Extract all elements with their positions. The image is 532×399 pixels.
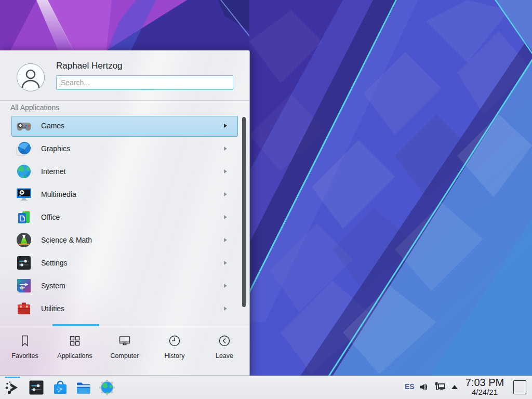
desktop: Raphael Hertzog All Applications	[0, 0, 532, 399]
toolbox-icon	[16, 300, 32, 317]
bookmark-icon	[18, 334, 32, 348]
network-wired-icon[interactable]	[434, 381, 446, 393]
grid-icon	[68, 334, 82, 348]
submenu-arrow-icon	[224, 192, 227, 196]
menu-item-label: Graphics	[41, 139, 70, 158]
submenu-arrow-icon	[224, 124, 227, 128]
folder-icon[interactable]	[75, 379, 92, 396]
keyboard-layout-indicator[interactable]: ES	[405, 382, 415, 391]
shopping-bag-icon[interactable]	[52, 379, 69, 396]
submenu-arrow-icon	[224, 261, 227, 265]
globe-gear-icon[interactable]	[99, 379, 115, 396]
clock-icon	[168, 334, 181, 348]
globe-icon	[16, 163, 32, 180]
user-name: Raphael Hertzog	[56, 61, 123, 71]
menu-item-label: Settings	[41, 254, 68, 273]
launcher-header: Raphael Hertzog	[0, 50, 249, 101]
settings-sliders-icon[interactable]	[28, 379, 45, 396]
submenu-arrow-icon	[224, 215, 227, 219]
tab-leave[interactable]: Leave	[200, 326, 249, 376]
tab-favorites[interactable]: Favorites	[0, 326, 50, 376]
menu-item-system[interactable]: System	[11, 276, 238, 297]
sliders-color-icon	[16, 277, 32, 294]
user-avatar-icon	[17, 64, 44, 91]
expand-tray-icon[interactable]	[451, 384, 458, 390]
graphics-sphere-icon	[16, 140, 32, 157]
tab-applications[interactable]: Applications	[50, 326, 100, 376]
menu-item-utilities[interactable]: Utilities	[11, 299, 238, 320]
logout-icon	[218, 334, 231, 348]
list-scrollbar[interactable]	[242, 117, 246, 307]
monitor-icon	[118, 334, 131, 348]
tab-label: Favorites	[11, 352, 38, 360]
clock-date: 4/24/21	[461, 388, 508, 396]
taskbar-panel: ES 7:03 PM 4/24/21	[0, 376, 532, 399]
application-launcher-menu: Raphael Hertzog All Applications	[0, 50, 250, 376]
flask-icon	[16, 232, 32, 248]
menu-item-internet[interactable]: Internet	[11, 162, 238, 182]
submenu-arrow-icon	[224, 284, 227, 288]
user-avatar[interactable]	[17, 63, 45, 91]
submenu-arrow-icon	[224, 147, 227, 151]
menu-item-label: Multimedia	[41, 185, 76, 204]
sliders-dark-icon	[16, 255, 32, 271]
gamepad-icon	[16, 117, 32, 134]
tab-label: Applications	[57, 352, 92, 360]
show-desktop-button[interactable]	[513, 380, 526, 394]
media-player-icon	[16, 186, 32, 203]
menu-item-label: Science & Math	[41, 231, 92, 250]
menu-item-office[interactable]: Office	[11, 207, 238, 228]
category-list: Games Graphics	[0, 116, 249, 326]
tab-label: Leave	[216, 352, 233, 360]
submenu-arrow-icon	[224, 169, 227, 174]
tab-computer[interactable]: Computer	[100, 326, 150, 376]
tab-label: Computer	[111, 352, 139, 360]
section-label-all-applications: All Applications	[10, 103, 59, 112]
kickoff-icon[interactable]	[4, 379, 21, 396]
menu-item-multimedia[interactable]: Multimedia	[11, 184, 238, 205]
submenu-arrow-icon	[224, 238, 227, 242]
volume-icon[interactable]	[418, 381, 430, 393]
launcher-tabbar: Favorites Applications Computer	[0, 326, 249, 376]
text-cursor	[60, 78, 60, 87]
menu-item-label: Games	[41, 116, 64, 136]
tab-label: History	[165, 352, 185, 360]
tab-history[interactable]: History	[150, 326, 200, 376]
menu-item-graphics[interactable]: Graphics	[11, 139, 238, 159]
menu-item-science-math[interactable]: Science & Math	[11, 230, 238, 251]
clock-time: 7:03 PM	[461, 377, 508, 388]
menu-item-label: Utilities	[41, 299, 64, 318]
search-field-wrap	[56, 75, 233, 90]
search-input[interactable]	[56, 75, 233, 90]
menu-item-label: System	[41, 276, 65, 296]
menu-item-label: Office	[41, 208, 60, 227]
documents-icon	[16, 209, 32, 225]
menu-item-label: Internet	[41, 162, 65, 181]
active-task-indicator	[5, 377, 20, 378]
menu-item-help[interactable]: Help	[11, 322, 238, 326]
digital-clock[interactable]: 7:03 PM 4/24/21	[461, 377, 508, 396]
submenu-arrow-icon	[224, 307, 227, 311]
menu-item-games[interactable]: Games	[11, 116, 238, 137]
menu-item-settings[interactable]: Settings	[11, 253, 238, 274]
